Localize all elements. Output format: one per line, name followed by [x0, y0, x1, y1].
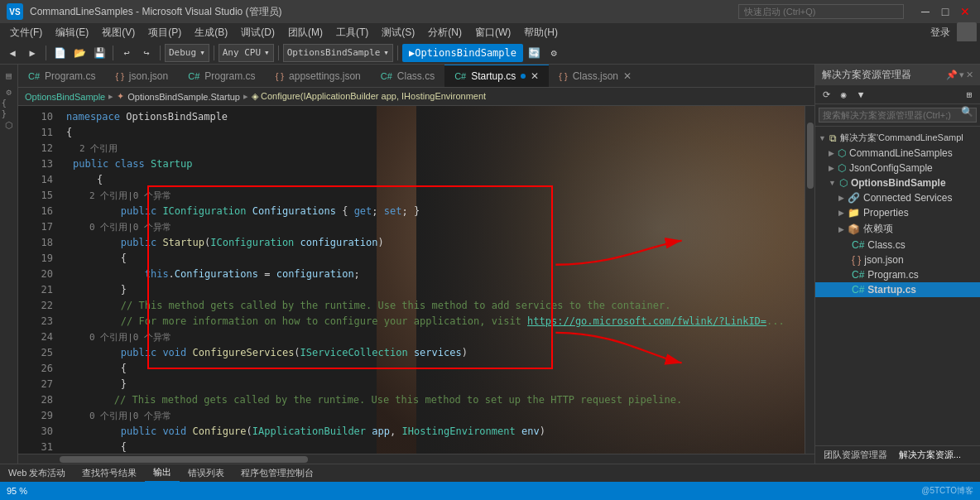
se-json-json[interactable]: { } json.json	[815, 252, 980, 267]
h-scroll-thumb[interactable]	[60, 456, 308, 463]
se-proj-jsoncfg[interactable]: ▶ ⬡ JsonConfigSample	[815, 161, 980, 175]
menu-test[interactable]: 测试(S)	[375, 23, 421, 41]
breadcrumb-sep1: ▸	[108, 91, 113, 102]
se-jsoncfg-icon: ⬡	[838, 162, 846, 174]
status-zoom: 95 %	[7, 486, 27, 496]
menu-project[interactable]: 项目(P)	[142, 23, 188, 41]
tab-classjson[interactable]: { } Class.json ✕	[549, 65, 641, 87]
se-proj-cmdline[interactable]: ▶ ⬡ CommandLineSamples	[815, 146, 980, 161]
bottom-tab-publish[interactable]: Web 发布活动	[0, 464, 74, 483]
code-line-15: public IConfiguration Configurations { g…	[60, 204, 814, 219]
toolbar-undo[interactable]: ↩	[118, 44, 136, 62]
tab-program1[interactable]: C# Program.cs	[18, 65, 105, 87]
se-dependencies[interactable]: ▶ 📦 依赖项	[815, 220, 980, 238]
se-search-input[interactable]	[819, 108, 977, 123]
toolbar-new[interactable]: 📄	[50, 44, 69, 62]
sep6	[397, 46, 398, 60]
tab-startup[interactable]: C# Startup.cs ✕	[444, 65, 549, 87]
code-line-12: {	[60, 125, 814, 141]
left-server-icon[interactable]: ▤	[2, 68, 17, 83]
breadcrumb-project[interactable]: OptionsBindSample	[25, 92, 105, 102]
se-filter-btn[interactable]: ▼	[853, 87, 868, 102]
scrollbar-thumb[interactable]	[807, 123, 814, 189]
project-arrow: ▾	[383, 47, 389, 58]
ln-26: 26	[18, 361, 53, 377]
menu-window[interactable]: 窗口(W)	[468, 23, 517, 41]
se-properties[interactable]: ▶ 📁 Properties	[815, 205, 980, 220]
se-toolbar-spacer	[871, 87, 959, 102]
se-startup-cs[interactable]: C# Startup.cs	[815, 282, 980, 297]
start-button[interactable]: ▶ OptionsBindSample	[402, 44, 523, 62]
project-dropdown[interactable]: OptionsBindSample ▾	[283, 44, 393, 62]
left-code-icon[interactable]: { }	[2, 101, 17, 116]
menu-edit[interactable]: 编辑(E)	[49, 23, 95, 41]
user-label: 登录	[930, 26, 957, 40]
toolbar-save[interactable]: 💾	[90, 44, 108, 62]
se-program-cs[interactable]: C# Program.cs	[815, 267, 980, 282]
config-dropdown[interactable]: Debug ▾	[165, 44, 209, 62]
se-search-icon[interactable]: 🔍	[961, 106, 973, 118]
code-line-13: public class Startup	[60, 156, 814, 172]
se-pin-icon[interactable]: 📌	[946, 70, 958, 80]
ln-10: 10	[18, 109, 53, 125]
se-props-icon: 📁	[848, 207, 860, 219]
tab-json-json[interactable]: { } json.json	[105, 65, 178, 87]
menu-help[interactable]: 帮助(H)	[517, 23, 564, 41]
se-sync-btn[interactable]: ⟳	[819, 87, 833, 102]
toolbar-fwd[interactable]: ▶	[23, 44, 41, 62]
tab-close-classjson[interactable]: ✕	[623, 70, 632, 82]
toolbar-refresh[interactable]: 🔄	[525, 44, 543, 62]
toolbar-open[interactable]: 📂	[70, 44, 89, 62]
platform-dropdown[interactable]: Any CPU ▾	[219, 44, 274, 62]
minimize-button[interactable]: ─	[917, 3, 934, 20]
se-solution-node[interactable]: ▼ ⧉ 解决方案'CommandLineSampl	[815, 130, 980, 146]
breadcrumb-member: ◈ Configure(IApplicationBuilder app, IHo…	[252, 91, 486, 102]
menu-team[interactable]: 团队(M)	[281, 23, 329, 41]
se-connected-services[interactable]: ▶ 🔗 Connected Services	[815, 190, 980, 205]
close-button[interactable]: ✕	[957, 3, 973, 20]
se-cs-icon: 🔗	[848, 192, 860, 204]
se-options-icon[interactable]: ▾	[959, 70, 964, 80]
menu-analyze[interactable]: 分析(N)	[421, 23, 468, 41]
se-programcs-label: Program.cs	[867, 269, 918, 281]
se-tab-solution[interactable]: 解决方案资源...	[894, 447, 966, 463]
bottom-tab-nuget[interactable]: 程序包管理控制台	[233, 464, 322, 483]
tab-close-startup[interactable]: ✕	[531, 70, 539, 82]
code-line-20: // This method gets called by the runtim…	[60, 298, 814, 314]
tab-label-class: Class.cs	[397, 70, 435, 82]
platform-arrow: ▾	[264, 47, 270, 58]
tab-program2[interactable]: C# Program.cs	[178, 65, 265, 87]
se-proj-options[interactable]: ▼ ⬡ OptionsBindSample	[815, 175, 980, 190]
vertical-scrollbar[interactable]	[805, 106, 814, 454]
code-line-28: {	[60, 440, 814, 454]
toolbar-redo[interactable]: ↪	[137, 44, 156, 62]
menu-build[interactable]: 生成(B)	[188, 23, 234, 41]
tab-modified-dot	[521, 74, 526, 79]
tab-appsettings[interactable]: { } appsettings.json	[266, 65, 371, 87]
se-props-btn[interactable]: ⊞	[962, 87, 977, 102]
menu-tools[interactable]: 工具(T)	[329, 23, 375, 41]
breadcrumb-file[interactable]: OptionsBindSample.Startup	[127, 92, 240, 102]
se-class-cs[interactable]: C# Class.cs	[815, 238, 980, 252]
se-show-all-btn[interactable]: ◉	[836, 87, 851, 102]
bottom-tab-findsymbol[interactable]: 查找符号结果	[74, 464, 145, 483]
menu-file[interactable]: 文件(F)	[3, 23, 49, 41]
menu-debug[interactable]: 调试(D)	[234, 23, 281, 41]
bottom-tab-errorlist[interactable]: 错误列表	[180, 464, 233, 483]
tab-class[interactable]: C# Class.cs	[371, 65, 444, 87]
menu-view[interactable]: 视图(V)	[95, 23, 142, 41]
left-debug-icon[interactable]: ⬡	[2, 118, 17, 132]
toolbar-back[interactable]: ◀	[3, 44, 22, 62]
bottom-tab-output[interactable]: 输出	[145, 464, 180, 483]
ln-21: 21	[18, 282, 53, 298]
se-cs-arrow: ▶	[838, 194, 844, 202]
maximize-button[interactable]: □	[937, 3, 954, 20]
toolbar-settings[interactable]: ⚙	[545, 44, 563, 62]
window-controls: ─ □ ✕	[917, 3, 973, 20]
quick-launch-input[interactable]	[738, 4, 904, 19]
status-bar: 95 % @5TCTO博客	[0, 482, 980, 500]
se-toolbar: ⟳ ◉ ▼ ⊞	[815, 85, 980, 104]
se-tab-team[interactable]: 团队资源管理器	[819, 447, 892, 463]
se-options-proj-arrow: ▼	[829, 179, 836, 187]
se-close-icon[interactable]: ✕	[966, 70, 973, 80]
